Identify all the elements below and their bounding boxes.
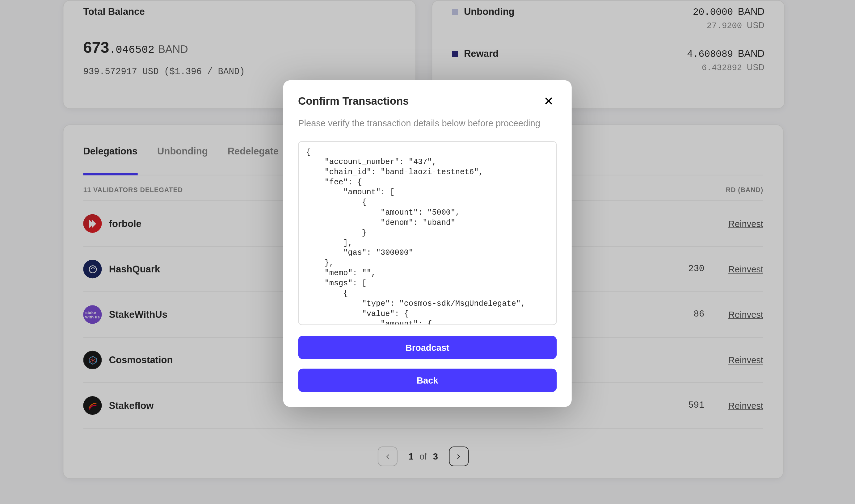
- close-icon[interactable]: ✕: [540, 95, 557, 107]
- broadcast-button[interactable]: Broadcast: [298, 336, 557, 359]
- modal-title: Confirm Transactions: [298, 95, 409, 108]
- back-button[interactable]: Back: [298, 368, 557, 392]
- modal-subtitle: Please verify the transaction details be…: [298, 117, 557, 130]
- confirm-transactions-modal: Confirm Transactions ✕ Please verify the…: [283, 80, 572, 407]
- transaction-json-box[interactable]: { "account_number": "437", "chain_id": "…: [298, 141, 557, 325]
